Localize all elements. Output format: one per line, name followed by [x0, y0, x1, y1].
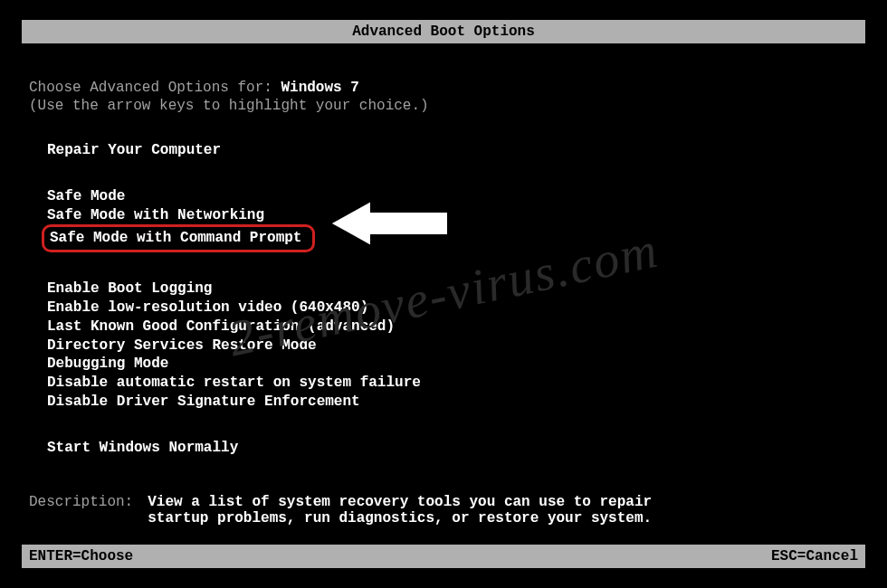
menu-item-last-known-good[interactable]: Last Known Good Configuration (advanced) [47, 318, 858, 337]
menu-item-disable-auto-restart[interactable]: Disable automatic restart on system fail… [47, 374, 858, 393]
menu-group-normal: Start Windows Normally [47, 439, 858, 458]
menu-group-advanced: Enable Boot Logging Enable low-resolutio… [47, 280, 858, 412]
instruction-text: (Use the arrow keys to highlight your ch… [29, 98, 858, 114]
os-line: Choose Advanced Options for: Windows 7 [29, 80, 858, 96]
menu-item-safe-mode-networking[interactable]: Safe Mode with Networking [47, 206, 858, 225]
menu-group-safemode: Safe Mode Safe Mode with Networking Safe… [47, 187, 858, 252]
description-text: View a list of system recovery tools you… [148, 494, 654, 526]
menu-item-disable-driver-sig[interactable]: Disable Driver Signature Enforcement [47, 393, 858, 412]
menu-item-safe-mode-command-prompt[interactable]: Safe Mode with Command Prompt [42, 224, 315, 252]
footer-bar: ENTER=Choose ESC=Cancel [22, 545, 865, 568]
content-area: Choose Advanced Options for: Windows 7 (… [0, 80, 887, 526]
footer-enter: ENTER=Choose [29, 548, 133, 564]
footer-esc: ESC=Cancel [771, 548, 858, 564]
menu-item-start-normally[interactable]: Start Windows Normally [47, 439, 858, 458]
menu-group-repair: Repair Your Computer [47, 141, 858, 160]
menu-item-boot-logging[interactable]: Enable Boot Logging [47, 280, 858, 299]
menu-item-debugging[interactable]: Debugging Mode [47, 355, 858, 374]
menu-item-repair-computer[interactable]: Repair Your Computer [47, 141, 858, 160]
title-bar: Advanced Boot Options [22, 20, 865, 43]
menu-item-low-res[interactable]: Enable low-resolution video (640x480) [47, 299, 858, 318]
menu-item-safe-mode-cmd-wrapper: Safe Mode with Command Prompt [47, 224, 858, 252]
description-label: Description: [29, 494, 133, 526]
choose-prefix: Choose Advanced Options for: [29, 80, 281, 96]
title-text: Advanced Boot Options [352, 24, 535, 40]
os-name: Windows 7 [281, 80, 358, 96]
description-section: Description: View a list of system recov… [29, 494, 858, 526]
menu-item-safe-mode[interactable]: Safe Mode [47, 187, 858, 206]
menu-item-directory-services[interactable]: Directory Services Restore Mode [47, 337, 858, 356]
